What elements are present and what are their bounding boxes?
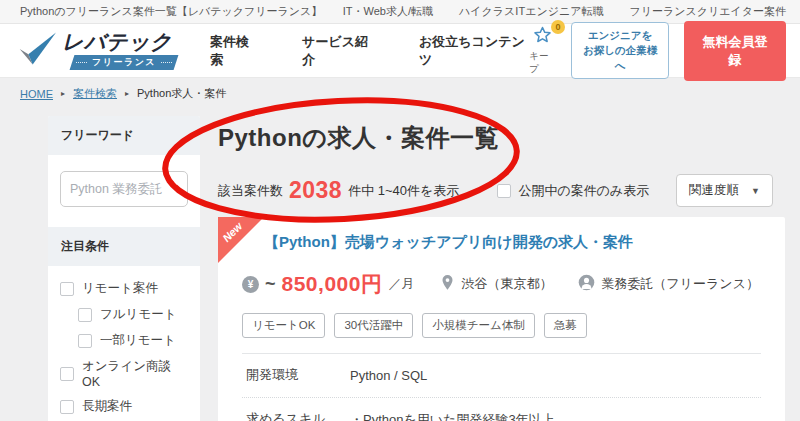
enterprise-button[interactable]: エンジニアを お探しの企業様へ (571, 22, 669, 80)
detail-label: 開発環境 (246, 365, 350, 387)
location-text: 渋谷（東京都） (461, 275, 552, 293)
checkbox-label: リモート案件 (82, 280, 158, 297)
job-tags: リモートOK 30代活躍中 小規模チーム体制 急募 (242, 313, 761, 338)
checkbox-label: 長期案件 (82, 398, 132, 415)
featured-section-title: 注目条件 (48, 227, 200, 266)
nav-item-service[interactable]: サービス紹介 (302, 33, 375, 69)
breadcrumb-search-link[interactable]: 案件検索 (73, 86, 117, 101)
salary-item: ¥ ~ 850,000円 ／月 (242, 270, 414, 298)
filter-sidebar: フリーワード 注目条件 リモート案件 フルリモート 一部リモート オンライン商談… (48, 116, 200, 421)
detail-values: ・Pythonを用いた開発経験3年以上 ・Webフレームワークを用いた開発経験3… (350, 409, 607, 421)
detail-row-environment: 開発環境 Python / SQL (242, 354, 761, 398)
yen-icon: ¥ (242, 276, 259, 293)
contract-type-item: 業務委託（フリーランス） (578, 274, 759, 294)
levtech-logo[interactable]: レバテック フリーランス (18, 31, 176, 71)
tag-30s-active: 30代活躍中 (334, 313, 413, 338)
main-content: Pythonの求人・案件一覧 該当案件数 2038 件中 1~40件を表示 公開… (218, 112, 785, 421)
checkbox-label: オンライン商談OK (82, 358, 188, 389)
freeword-search-input[interactable] (60, 171, 188, 207)
check-mark-icon (18, 31, 56, 71)
logo-text: レバテック フリーランス (62, 31, 176, 70)
breadcrumb-home-link[interactable]: HOME (20, 88, 53, 100)
detail-row-skills: 求めるスキル ・Pythonを用いた開発経験3年以上 ・Webフレームワークを用… (242, 398, 761, 421)
public-only-label: 公開中の案件のみ表示 (518, 182, 649, 200)
chevron-down-icon: ▼ (751, 186, 760, 196)
detail-value: ・Pythonを用いた開発経験3年以上 (350, 409, 607, 421)
freeword-section-body (48, 155, 200, 227)
main-nav: 案件検索 サービス紹介 お役立ちコンテンツ (210, 33, 529, 69)
salary-per: ／月 (388, 275, 414, 293)
logo-sub-text: フリーランス (76, 56, 172, 69)
result-suffix: 件中 1~40件を表示 (348, 182, 459, 200)
public-only-filter[interactable]: 公開中の案件のみ表示 (497, 182, 649, 200)
result-meta-row: 該当案件数 2038 件中 1~40件を表示 公開中の案件のみ表示 関連度順 ▼ (218, 174, 785, 207)
keep-button[interactable]: 0 キープ (529, 25, 556, 76)
checkbox-label: フルリモート (100, 306, 176, 323)
checkbox-icon[interactable] (60, 282, 74, 296)
result-prefix: 該当案件数 (218, 182, 283, 200)
job-card: New 【Python】売場ウォッチアプリ向け開発の求人・案件 ¥ ~ 850,… (218, 217, 785, 421)
enterprise-button-line2: お探しの企業様へ (581, 43, 659, 73)
person-icon (578, 274, 595, 294)
tag-urgent: 急募 (544, 313, 587, 338)
sort-dropdown[interactable]: 関連度順 ▼ (676, 174, 773, 207)
featured-conditions-list: リモート案件 フルリモート 一部リモート オンライン商談OK 長期案件 フレック… (48, 266, 200, 421)
logo-sub-banner: フリーランス (70, 55, 179, 70)
map-pin-icon (440, 274, 455, 294)
logo-main-text: レバテック (62, 31, 176, 52)
keep-count-badge: 0 (551, 20, 565, 34)
location-item: 渋谷（東京都） (440, 274, 552, 294)
detail-value: Python / SQL (350, 365, 427, 387)
page-title: Pythonの求人・案件一覧 (218, 122, 785, 154)
checkbox-full-remote[interactable]: フルリモート (78, 306, 188, 323)
checkbox-icon[interactable] (60, 400, 74, 414)
checkbox-online-meeting[interactable]: オンライン商談OK (60, 358, 188, 389)
tag-remote-ok: リモートOK (242, 313, 325, 338)
breadcrumb-separator-icon: ▸ (125, 89, 129, 98)
contract-type-text: 業務委託（フリーランス） (601, 275, 759, 293)
checkbox-remote[interactable]: リモート案件 (60, 280, 188, 297)
link-highclass[interactable]: ハイクラスITエンジニア転職 (459, 4, 603, 19)
salary-tilde: ~ (265, 274, 276, 295)
job-title-link[interactable]: 【Python】売場ウォッチアプリ向け開発の求人・案件 (264, 233, 761, 252)
detail-label: 求めるスキル (246, 409, 350, 421)
link-it-web[interactable]: IT・Web求人/転職 (343, 4, 433, 19)
tag-small-team: 小規模チーム体制 (422, 313, 535, 338)
breadcrumb-separator-icon: ▸ (61, 89, 65, 98)
link-creator[interactable]: フリーランスクリエイター案件 (629, 4, 786, 19)
freeword-section-title: フリーワード (48, 116, 200, 155)
breadcrumb: HOME ▸ 案件検索 ▸ Python求人・案件 (20, 86, 226, 101)
checkbox-label: 一部リモート (100, 332, 176, 349)
checkbox-icon[interactable] (60, 367, 74, 381)
header-actions: 0 キープ エンジニアを お探しの企業様へ 無料会員登録 (529, 21, 786, 81)
checkbox-icon[interactable] (78, 334, 92, 348)
site-switch-links: IT・Web求人/転職 ハイクラスITエンジニア転職 フリーランスクリエイター案… (343, 4, 786, 19)
breadcrumb-current: Python求人・案件 (137, 86, 226, 101)
enterprise-button-line1: エンジニアを (581, 28, 659, 43)
job-detail-table: 開発環境 Python / SQL 求めるスキル ・Pythonを用いた開発経験… (242, 353, 761, 421)
sort-selected-value: 関連度順 (689, 182, 739, 199)
nav-item-content[interactable]: お役立ちコンテンツ (419, 33, 529, 69)
keep-label: キープ (529, 50, 556, 76)
checkbox-longterm[interactable]: 長期案件 (60, 398, 188, 415)
checkbox-icon[interactable] (78, 308, 92, 322)
site-header: レバテック フリーランス 案件検索 サービス紹介 お役立ちコンテンツ 0 キープ… (0, 24, 800, 78)
star-icon (532, 25, 553, 49)
result-count: 2038 (289, 177, 342, 204)
nav-item-search[interactable]: 案件検索 (210, 33, 258, 69)
checkbox-icon[interactable] (497, 184, 511, 198)
browser-page-title: Pythonのフリーランス案件一覧【レバテックフリーランス】 (20, 4, 322, 19)
detail-values: Python / SQL (350, 365, 427, 387)
checkbox-partial-remote[interactable]: 一部リモート (78, 332, 188, 349)
salary-amount: 850,000円 (282, 270, 383, 298)
register-button[interactable]: 無料会員登録 (684, 21, 786, 81)
job-info-row: ¥ ~ 850,000円 ／月 渋谷（東京都） (242, 270, 761, 298)
